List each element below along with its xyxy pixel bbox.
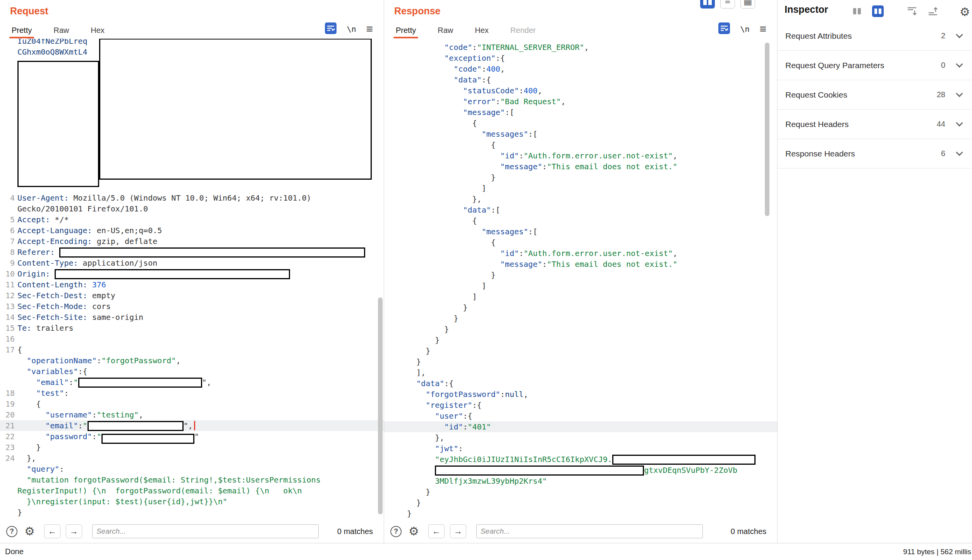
layout-grid-button[interactable]: ▦ <box>740 0 755 9</box>
vertical-scrollbar[interactable] <box>378 297 383 514</box>
code-line: 13Sec-Fetch-Mode: cors <box>0 301 384 312</box>
request-panel: Request Pretty Raw Hex \n ≡ IuZ04fNeZPbL… <box>0 0 384 543</box>
editor-menu-icon[interactable]: ≡ <box>366 23 373 35</box>
dock-columns-icon[interactable] <box>851 5 863 19</box>
section-count: 2 <box>920 31 945 40</box>
section-label: Request Attributes <box>785 31 920 41</box>
inspector-settings-gear-icon[interactable]: ⚙ <box>960 6 970 18</box>
vertical-scrollbar[interactable] <box>765 43 769 216</box>
code-line: "data":{ <box>384 74 777 85</box>
code-line: 20 "username":"testing", <box>0 409 384 420</box>
line-number: 19 <box>0 399 15 409</box>
search-settings-gear-icon[interactable]: ⚙ <box>409 526 419 537</box>
expand-all-icon[interactable] <box>906 5 918 19</box>
code-line: 6Accept-Language: en-US,en;q=0.5 <box>0 225 384 236</box>
code-line: } <box>0 507 384 518</box>
word-wrap-icon[interactable] <box>718 22 730 36</box>
dock-columns-selected-icon[interactable] <box>872 5 884 19</box>
inspector-section-response-headers[interactable]: Response Headers 6 <box>778 139 972 168</box>
response-code[interactable]: "code":"INTERNAL_SERVER_ERROR", "excepti… <box>384 39 777 520</box>
layout-rows-button[interactable]: ≡ <box>720 0 735 9</box>
code-line: "operationName":"forgotPassword", <box>0 355 384 366</box>
code-line: "id":"Auth.form.error.user.not-exist", <box>384 150 777 161</box>
status-text: Done <box>5 543 24 560</box>
code-line: ], <box>384 367 777 378</box>
burp-repeater-window: Request Pretty Raw Hex \n ≡ IuZ04fNeZPbL… <box>0 0 972 560</box>
section-label: Request Cookies <box>785 90 920 100</box>
text-caret <box>194 421 195 430</box>
inspector-section-request-headers[interactable]: Request Headers 44 <box>778 110 972 139</box>
code-line: } <box>384 356 777 367</box>
chevron-down-icon[interactable] <box>956 60 963 67</box>
tab-hex[interactable]: Hex <box>475 26 489 35</box>
help-icon[interactable]: ? <box>6 526 17 537</box>
collapse-all-icon[interactable] <box>927 5 939 19</box>
code-line: 19 { <box>0 399 384 409</box>
line-number: 15 <box>0 323 15 333</box>
help-icon[interactable]: ? <box>390 526 402 537</box>
redaction-box <box>59 247 365 258</box>
line-number: 12 <box>0 290 15 301</box>
code-line: 22 "password":"" <box>0 431 384 442</box>
response-tabs: Pretty Raw Hex Render <box>396 26 536 35</box>
code-line: "data":[ <box>384 204 777 215</box>
line-number: 11 <box>0 279 15 290</box>
next-match-button[interactable]: → <box>66 524 82 538</box>
inspector-title: Inspector <box>785 4 828 15</box>
chevron-down-icon[interactable] <box>956 90 963 97</box>
redaction-box <box>17 61 99 187</box>
tab-pretty[interactable]: Pretty <box>396 26 416 35</box>
code-line: } <box>384 486 777 497</box>
show-newlines-button[interactable]: \n <box>347 24 356 34</box>
inspector-section-request-query-parameters[interactable]: Request Query Parameters 0 <box>778 51 972 80</box>
tab-raw[interactable]: Raw <box>53 26 69 35</box>
chevron-down-icon[interactable] <box>956 149 963 156</box>
response-search-input[interactable] <box>476 524 703 538</box>
search-settings-gear-icon[interactable]: ⚙ <box>24 526 35 537</box>
next-match-button[interactable]: → <box>450 524 466 538</box>
line-number <box>0 355 15 366</box>
code-line: gtxvDEqnSVuPbY-2ZoVb <box>384 465 777 476</box>
code-line: 10Origin: <box>0 268 384 279</box>
word-wrap-icon[interactable] <box>325 22 337 36</box>
code-line: 17{ <box>0 344 384 355</box>
line-number <box>0 46 15 57</box>
line-number <box>0 203 15 214</box>
previous-match-button[interactable]: ← <box>44 524 60 538</box>
chevron-down-icon[interactable] <box>956 31 963 38</box>
code-line: } <box>384 313 777 324</box>
section-label: Request Query Parameters <box>785 61 920 70</box>
line-number <box>0 474 15 485</box>
inspector-section-request-attributes[interactable]: Request Attributes 2 <box>778 21 972 51</box>
response-find-bar: ? ⚙ ← → 0 matches <box>384 520 777 543</box>
tab-hex[interactable]: Hex <box>91 26 105 35</box>
redaction-box <box>99 39 372 180</box>
code-line: { <box>384 139 777 150</box>
editor-menu-icon[interactable]: ≡ <box>759 23 766 35</box>
tab-render[interactable]: Render <box>510 26 536 35</box>
redaction-box <box>101 434 194 444</box>
code-line: "email":"", <box>0 377 384 388</box>
previous-match-button[interactable]: ← <box>428 524 445 538</box>
layout-toggle-icons: ≡ ▦ <box>700 0 755 9</box>
line-number <box>0 366 15 377</box>
response-header-icons: \n ≡ <box>718 22 766 36</box>
layout-columns-button[interactable] <box>700 0 715 9</box>
chevron-down-icon[interactable] <box>956 119 963 126</box>
request-code[interactable]: IuZ04fNeZPbLreqCGhxm0oQ8WXmtL44User-Agen… <box>0 39 384 520</box>
show-newlines-button[interactable]: \n <box>740 24 749 34</box>
tab-pretty[interactable]: Pretty <box>12 26 32 35</box>
inspector-section-request-cookies[interactable]: Request Cookies 28 <box>778 80 972 110</box>
code-line: "messages":[ <box>384 129 777 139</box>
section-count: 6 <box>920 149 945 158</box>
code-line: Gecko/20100101 Firefox/101.0 <box>0 203 384 214</box>
line-number: 7 <box>0 236 15 247</box>
code-line: }, <box>384 432 777 443</box>
code-line: 7Accept-Encoding: gzip, deflate <box>0 236 384 247</box>
request-header-icons: \n ≡ <box>325 22 373 36</box>
response-title: Response <box>394 5 440 17</box>
request-search-input[interactable] <box>92 524 319 538</box>
code-line: "eyJhbGci0iJIUzI1NiIsInR5cCI6IkpXVCJ9. <box>384 454 777 465</box>
tab-raw[interactable]: Raw <box>438 26 453 35</box>
code-line: "jwt": <box>384 443 777 454</box>
